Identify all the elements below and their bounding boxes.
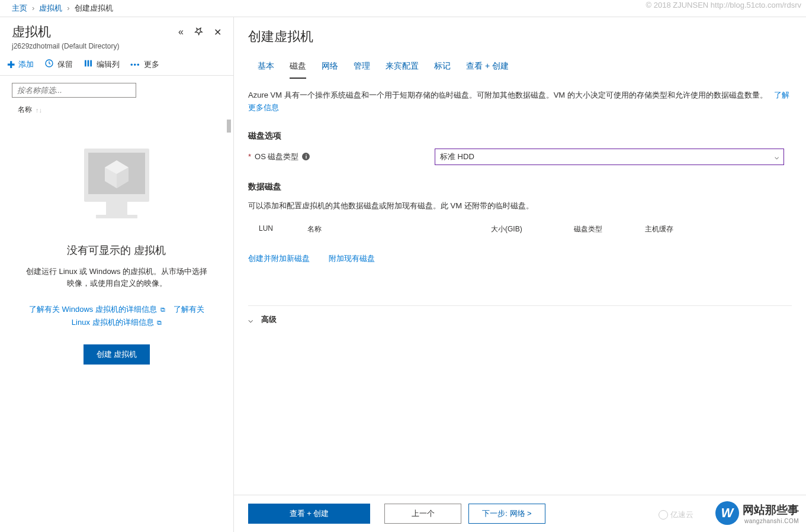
section-data-disks: 数据磁盘 — [248, 182, 792, 192]
tab-network[interactable]: 网络 — [322, 61, 338, 79]
sort-icon: ↑↓ — [36, 107, 42, 114]
column-header-name[interactable]: 名称 ↑↓ — [0, 100, 233, 120]
wizard-footer: 查看 + 创建 上一个 下一步: 网络 > — [234, 495, 806, 532]
breadcrumb-home[interactable]: 主页 — [12, 3, 27, 14]
page-title: 创建虚拟机 — [248, 28, 792, 46]
create-attach-disk-link[interactable]: 创建并附加新磁盘 — [248, 253, 310, 264]
svg-rect-7 — [96, 215, 137, 218]
section-disk-options: 磁盘选项 — [248, 131, 792, 141]
advanced-toggle[interactable]: ⌵ 高级 — [248, 305, 792, 325]
tab-basic[interactable]: 基本 — [258, 61, 274, 79]
create-vm-panel: © 2018 ZJUNSEN http://blog.51cto.com/rds… — [234, 17, 806, 532]
col-cache: 主机缓存 — [645, 224, 704, 234]
svg-rect-1 — [85, 60, 86, 67]
plus-icon: ✚ — [7, 59, 15, 70]
vm-list-panel: 虚拟机 « ✕ j2629zdhotmail (Default Director… — [0, 17, 234, 532]
svg-rect-6 — [106, 202, 127, 215]
col-type: 磁盘类型 — [574, 224, 645, 234]
chevron-down-icon: ⌵ — [248, 315, 253, 324]
disk-table-header: LUN 名称 大小(GIB) 磁盘类型 主机缓存 — [248, 222, 792, 237]
watermark-text: © 2018 ZJUNSEN http://blog.51cto.com/rds… — [646, 1, 801, 9]
ellipsis-icon: ••• — [130, 60, 140, 69]
svg-rect-2 — [88, 60, 89, 67]
info-icon[interactable]: i — [302, 153, 310, 160]
svg-rect-3 — [90, 60, 92, 67]
empty-state: 没有可显示的 虚拟机 创建运行 Linux 或 Windows 的虚拟机。从市场… — [0, 120, 233, 532]
tab-guest[interactable]: 来宾配置 — [386, 61, 419, 79]
empty-title: 没有可显示的 虚拟机 — [67, 243, 166, 257]
panel-subtitle: j2629zdhotmail (Default Directory) — [12, 42, 221, 50]
required-icon: * — [248, 152, 251, 161]
vm-placeholder-icon — [69, 140, 164, 230]
external-link-icon: ⧉ — [160, 306, 165, 313]
previous-button[interactable]: 上一个 — [384, 504, 461, 524]
create-vm-button[interactable]: 创建 虚拟机 — [84, 344, 150, 365]
tab-tag[interactable]: 标记 — [434, 61, 451, 79]
breadcrumb-vm[interactable]: 虚拟机 — [39, 3, 62, 14]
windows-vm-link[interactable]: 了解有关 Windows 虚拟机的详细信息 ⧉ — [29, 305, 165, 314]
keep-button[interactable]: 保留 — [44, 59, 73, 70]
collapse-icon[interactable]: « — [178, 27, 184, 38]
tab-disk[interactable]: 磁盘 — [290, 61, 306, 79]
chevron-down-icon: ⌵ — [775, 153, 779, 161]
tab-description: Azure VM 具有一个操作系统磁盘和一个用于短期存储的临时磁盘。可附加其他数… — [248, 89, 792, 114]
more-button[interactable]: ••• 更多 — [130, 59, 159, 70]
scrollbar-thumb[interactable] — [227, 120, 231, 133]
os-disk-type-label: * OS 磁盘类型 i — [248, 151, 435, 162]
breadcrumb-sep-icon: › — [67, 4, 69, 12]
columns-icon — [84, 59, 93, 70]
filter-input[interactable] — [12, 83, 136, 98]
os-disk-type-select[interactable]: 标准 HDD ⌵ — [435, 149, 784, 165]
empty-description: 创建运行 Linux 或 Windows 的虚拟机。从市场中选择映像，或使用自定… — [12, 266, 221, 289]
toolbar: ✚ 添加 保留 编辑列 ••• 更多 — [0, 54, 233, 76]
panel-title: 虚拟机 — [12, 23, 178, 41]
col-lun: LUN — [248, 224, 307, 234]
close-icon[interactable]: ✕ — [214, 27, 221, 38]
tab-manage[interactable]: 管理 — [354, 61, 370, 79]
external-link-icon: ⧉ — [157, 319, 162, 326]
col-size: 大小(GIB) — [491, 224, 574, 234]
add-button[interactable]: ✚ 添加 — [7, 59, 34, 70]
col-name: 名称 — [307, 224, 491, 234]
breadcrumb-sep-icon: › — [32, 4, 34, 12]
edit-columns-button[interactable]: 编辑列 — [84, 59, 120, 70]
breadcrumb-create: 创建虚拟机 — [75, 3, 113, 14]
wizard-tabs: 基本 磁盘 网络 管理 来宾配置 标记 查看 + 创建 — [248, 50, 792, 79]
data-disk-description: 可以添加和配置虚拟机的其他数据磁盘或附加现有磁盘。此 VM 还附带的临时磁盘。 — [248, 201, 792, 211]
next-button[interactable]: 下一步: 网络 > — [468, 504, 545, 524]
attach-existing-disk-link[interactable]: 附加现有磁盘 — [329, 253, 375, 264]
tab-review[interactable]: 查看 + 创建 — [466, 61, 509, 79]
clock-icon — [44, 59, 54, 70]
review-create-button[interactable]: 查看 + 创建 — [248, 504, 370, 524]
pin-icon[interactable] — [194, 27, 203, 38]
